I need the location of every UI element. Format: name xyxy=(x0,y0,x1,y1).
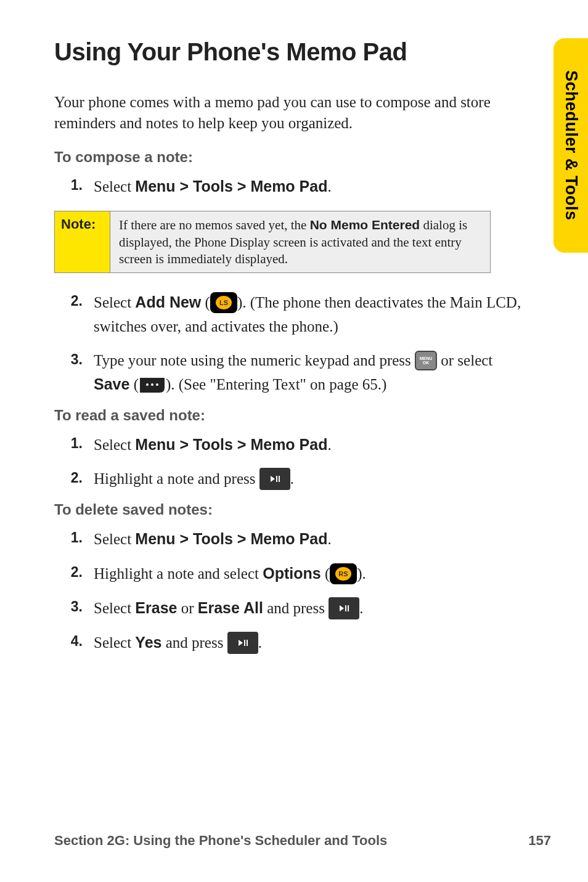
text: ( xyxy=(321,565,330,582)
svg-rect-6 xyxy=(276,476,277,482)
text: Highlight a note and press xyxy=(94,470,259,487)
text: ( xyxy=(129,376,139,393)
menu-path: Menu > Tools > Memo Pad xyxy=(135,178,327,195)
svg-rect-12 xyxy=(348,605,349,611)
text: and press xyxy=(263,600,329,616)
step: 3. Type your note using the numeric keyp… xyxy=(54,349,523,398)
note-body: If there are no memos saved yet, the No … xyxy=(110,211,490,272)
svg-rect-11 xyxy=(345,605,346,611)
step: 1. Select Menu > Tools > Memo Pad. xyxy=(54,174,523,199)
text: or select xyxy=(437,352,492,369)
text: . xyxy=(258,634,262,651)
play-pause-key-icon xyxy=(259,468,290,490)
steps-delete: 1. Select Menu > Tools > Memo Pad. 2. Hi… xyxy=(54,527,523,655)
page-title: Using Your Phone's Memo Pad xyxy=(54,38,523,66)
play-pause-key-icon xyxy=(227,632,258,654)
intro-paragraph: Your phone comes with a memo pad you can… xyxy=(54,92,523,134)
step-number: 3. xyxy=(54,349,94,398)
page-footer: Section 2G: Using the Phone's Scheduler … xyxy=(54,833,551,849)
text: . xyxy=(290,470,294,487)
section-tab-label: Scheduler & Tools xyxy=(561,70,581,221)
step-number: 2. xyxy=(54,561,94,586)
section-tab: Scheduler & Tools xyxy=(553,38,588,253)
text: Select xyxy=(94,634,135,651)
svg-text:RS: RS xyxy=(339,570,348,578)
note-label: Note: xyxy=(55,211,110,272)
steps-compose: 1. Select Menu > Tools > Memo Pad. xyxy=(54,174,523,199)
text: If there are no memos saved yet, the xyxy=(119,218,310,232)
page-content: Using Your Phone's Memo Pad Your phone c… xyxy=(54,38,523,665)
step: 1. Select Menu > Tools > Memo Pad. xyxy=(54,433,523,457)
svg-marker-5 xyxy=(271,476,275,482)
steps-read: 1. Select Menu > Tools > Memo Pad. 2. Hi… xyxy=(54,433,523,491)
text: Select xyxy=(94,531,135,547)
text-bold: Erase All xyxy=(198,599,263,616)
right-softkey-icon: RS xyxy=(330,563,357,584)
step-body: Select Yes and press . xyxy=(94,631,523,655)
left-softkey-icon: LS xyxy=(210,292,237,313)
menu-path: Menu > Tools > Memo Pad xyxy=(135,436,327,453)
text-bold: Erase xyxy=(135,599,177,616)
step: 2. Highlight a note and press . xyxy=(54,467,523,491)
text: Type your note using the numeric keypad … xyxy=(94,352,415,369)
steps-compose-cont: 2. Select Add New (LS). (The phone then … xyxy=(54,290,523,397)
text-bold: No Memo Entered xyxy=(310,218,420,232)
text: or xyxy=(177,600,197,616)
svg-rect-14 xyxy=(244,640,245,646)
svg-marker-13 xyxy=(239,640,243,646)
footer-section-label: Section 2G: Using the Phone's Scheduler … xyxy=(54,833,387,849)
text-bold: Add New xyxy=(135,293,201,311)
step: 3. Select Erase or Erase All and press . xyxy=(54,596,523,621)
text-bold: Options xyxy=(263,565,321,582)
step-number: 3. xyxy=(54,596,94,621)
text-bold: Save xyxy=(94,375,129,393)
step-number: 2. xyxy=(54,467,94,491)
svg-rect-7 xyxy=(279,476,280,482)
step-body: Select Menu > Tools > Memo Pad. xyxy=(94,433,523,457)
key-label-bot: OK xyxy=(423,361,430,365)
text: ). xyxy=(357,565,366,582)
svg-point-2 xyxy=(146,383,149,386)
text: Select xyxy=(94,294,135,311)
text: . xyxy=(327,531,331,547)
text: . xyxy=(327,178,331,195)
text: ( xyxy=(201,294,210,311)
step-body: Highlight a note and press . xyxy=(94,467,523,491)
step-body: Select Add New (LS). (The phone then dea… xyxy=(94,290,523,339)
text: . xyxy=(359,600,363,616)
dots-key-icon xyxy=(139,377,166,394)
step-number: 1. xyxy=(54,174,94,199)
step: 1. Select Menu > Tools > Memo Pad. xyxy=(54,527,523,552)
text: . xyxy=(327,436,331,453)
menu-path: Menu > Tools > Memo Pad xyxy=(135,530,327,547)
page-number: 157 xyxy=(528,833,551,849)
step-body: Type your note using the numeric keypad … xyxy=(94,349,523,398)
step-number: 1. xyxy=(54,433,94,457)
text: Highlight a note and select xyxy=(94,565,263,582)
step-number: 1. xyxy=(54,527,94,552)
step-number: 4. xyxy=(54,631,94,655)
step-body: Highlight a note and select Options (RS)… xyxy=(94,561,523,586)
step-body: Select Menu > Tools > Memo Pad. xyxy=(94,174,523,199)
svg-text:LS: LS xyxy=(219,299,228,306)
svg-marker-10 xyxy=(340,605,344,611)
step-body: Select Menu > Tools > Memo Pad. xyxy=(94,527,523,552)
menu-ok-key-icon: MENUOK xyxy=(415,351,437,370)
subhead-delete: To delete saved notes: xyxy=(54,501,523,518)
text: Select xyxy=(94,600,135,616)
step-body: Select Erase or Erase All and press . xyxy=(94,596,523,621)
subhead-read: To read a saved note: xyxy=(54,407,523,424)
text: ). (See "Entering Text" on page 65.) xyxy=(166,376,386,393)
play-pause-key-icon xyxy=(329,597,359,619)
step-number: 2. xyxy=(54,290,94,339)
subhead-compose: To compose a note: xyxy=(54,149,523,166)
svg-point-4 xyxy=(156,383,158,386)
svg-point-3 xyxy=(151,383,153,386)
step: 4. Select Yes and press . xyxy=(54,631,523,655)
step: 2. Select Add New (LS). (The phone then … xyxy=(54,290,523,339)
text-bold: Yes xyxy=(135,634,161,651)
step: 2. Highlight a note and select Options (… xyxy=(54,561,523,586)
text: Select xyxy=(94,436,135,453)
text: Select xyxy=(94,178,135,195)
note-callout: Note: If there are no memos saved yet, t… xyxy=(54,211,491,273)
